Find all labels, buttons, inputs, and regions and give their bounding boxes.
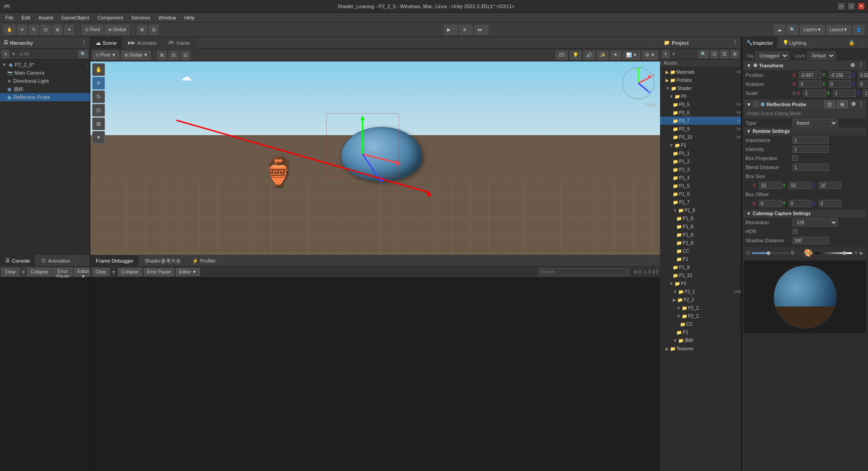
play-button[interactable]: ▶ [444,25,458,35]
tag-dropdown[interactable]: Untagged [755,52,789,60]
box-size-x-input[interactable] [759,182,782,189]
resolution-dropdown[interactable]: 128 256 512 1024 [793,218,838,226]
step-button[interactable]: ⏭ [475,25,488,35]
clear-btn-2[interactable]: Clear [92,268,109,276]
project-p1-8b[interactable]: 📁 P1_8. [660,222,741,231]
pos-y-input[interactable] [829,71,851,79]
layout-btn[interactable]: Layout ▼ [826,25,851,35]
project-p2-nested[interactable]: 📁 P2 [660,328,741,336]
scene-tab[interactable]: ⛰ Scene [90,37,123,49]
collab-btn[interactable]: ☁ [774,25,785,35]
toolbar-scale-btn[interactable]: ⊡ [41,25,51,35]
project-p0-6[interactable]: 📁 P0_6 Mi [660,108,741,117]
project-menu-btn[interactable]: ⋮ [732,40,737,46]
project-toggle-btn[interactable]: ☰ [720,50,729,58]
animator-tab[interactable]: ▶▶ Animator [123,37,163,49]
project-p1-4[interactable]: 📁 P1_4 [660,174,741,182]
rp-edit-btn-1[interactable]: ⊡ [824,100,835,108]
cubemap-settings-header[interactable]: ▼ Cubemap Capture Settings [744,210,866,218]
menu-window[interactable]: Window [155,14,180,21]
project-p2-2[interactable]: ▶ 📁 P2_2 [660,296,741,304]
project-p1-last[interactable]: 📁 P1 [660,255,741,263]
project-p2-2b[interactable]: ▼ 📁 P2_2. [660,312,741,320]
menu-file[interactable]: File [2,14,17,21]
toolbar-combined-btn[interactable]: ✦ [64,25,74,35]
bottom-tab-profiler[interactable]: ⚡ Profiler [187,255,222,267]
rp-more-icon[interactable]: ⋮ [859,101,863,107]
rot-y-input[interactable] [829,80,851,88]
scene-tool-move[interactable]: ✛ [92,77,105,89]
type-dropdown[interactable]: Baked Custom Realtime [793,119,838,127]
project-search-btn[interactable]: 🔍 [698,50,708,58]
scene-snap-btn[interactable]: ⊟ [169,51,179,60]
slider-color-btn[interactable]: 🎨 [804,249,813,257]
menu-edit[interactable]: Edit [18,14,34,21]
menu-gameobject[interactable]: GameObject [58,14,93,21]
search-btn[interactable]: 🔍 [787,25,798,35]
slider-track[interactable] [752,252,789,254]
project-filter-btn[interactable]: ⊡ [710,50,718,58]
layer-dropdown[interactable]: Default [807,52,835,60]
console-search-input[interactable] [538,268,628,276]
project-p0-9[interactable]: 📁 P0_9 Mi [660,125,741,133]
toolbar-move-btn[interactable]: ✛ [17,25,27,35]
collapse-btn-2[interactable]: Collapse [118,268,142,276]
scene-options-btn[interactable]: ⋮ [648,40,660,46]
intensity-input[interactable] [793,146,829,153]
project-p0-5[interactable]: 📁 P0_5 Mi [660,100,741,108]
close-button[interactable]: ✕ [858,3,864,9]
project-materials[interactable]: ▶ 📁 Materials Mi [660,68,741,76]
hierarchy-item-main-camera[interactable]: 📷 Main Camera [0,69,90,77]
runtime-settings-header[interactable]: ▼ Runtime Settings [744,127,866,136]
hierarchy-item-wineglass[interactable]: ◉ 酒杯 [0,85,90,93]
game-tab[interactable]: 🎮 Game [163,37,196,49]
scene-gizmo-btn[interactable]: ⚙ ▼ [642,51,658,60]
scene-hidden-btn[interactable]: 👁 [610,51,621,60]
project-p1-6[interactable]: 📁 P1_6 [660,190,741,198]
shadow-dist-input[interactable] [793,237,829,244]
p225-menu-icon[interactable]: ⋮ [85,62,90,68]
clear-dropdown-icon[interactable]: ▼ [21,269,26,275]
scale-z-input[interactable] [863,89,868,97]
account-btn[interactable]: 👤 [853,25,864,35]
menu-services[interactable]: Services [127,14,154,21]
project-p0-10[interactable]: 📁 P0_10 Mi [660,133,741,141]
toolbar-global-btn[interactable]: ⊕ Global [105,25,129,35]
importance-input[interactable] [793,137,829,144]
hierarchy-item-p225[interactable]: ▼ ◉ P2_2_5* ⋮ [0,61,90,69]
project-p1-8a[interactable]: 📁 P1_8. [660,214,741,222]
project-wineglass[interactable]: ▼ 📁 酒杯 [660,336,741,344]
scene-audio-btn[interactable]: 🔊 [583,51,595,60]
scene-tool-rect[interactable]: ⊞ [92,118,105,130]
hierarchy-item-dir-light[interactable]: ☀ Directional Light [0,77,90,85]
menu-help[interactable]: Help [181,14,198,21]
rp-settings-icon[interactable]: ⚙ [851,101,856,107]
scene-fx-btn[interactable]: ✨ [597,51,609,60]
scene-render-btn[interactable]: 📊 ▼ [623,51,641,60]
blend-distance-input[interactable] [793,164,829,171]
bottom-tab-shader[interactable]: Shader参考大全 [139,255,186,267]
scene-2d-btn[interactable]: 2D [556,51,568,60]
transform-more-icon[interactable]: ⋮ [859,62,863,68]
layers-btn[interactable]: Layers ▼ [800,25,825,35]
lighting-tab[interactable]: 💡 Lighting [778,37,811,49]
toolbar-hand-btn[interactable]: ✋ [4,25,15,35]
transform-settings-icon[interactable]: ⚙ [850,62,855,68]
error-pause-btn-2[interactable]: Error Pause [144,268,174,276]
editor-button[interactable]: Editor ▼ [74,268,92,276]
toolbar-grid-btn[interactable]: ⊟ [149,25,159,35]
project-p1-7[interactable]: 📁 P1_7 [660,198,741,206]
slider-track-2[interactable] [815,252,852,254]
scene-grid-btn[interactable]: ⊞ [157,51,167,60]
box-off-z-input[interactable] [819,200,841,207]
bottom-tab-frame[interactable]: Frame Debugger [90,255,139,267]
editor-btn-2[interactable]: Editor ▼ [176,268,200,276]
scene-tool-hand[interactable]: ✋ [92,63,105,76]
scene-global-btn[interactable]: ⊕ Global ▼ [121,51,151,60]
project-add-btn[interactable]: + [662,50,670,58]
slider-thumb-2[interactable] [843,251,846,255]
slider-thumb[interactable] [767,251,770,255]
bottom-options-btn[interactable]: ⋮ [648,258,660,264]
inspector-menu-btn[interactable]: ⋮ [858,40,868,46]
project-p1[interactable]: ▼ 📁 P1 [660,141,741,149]
